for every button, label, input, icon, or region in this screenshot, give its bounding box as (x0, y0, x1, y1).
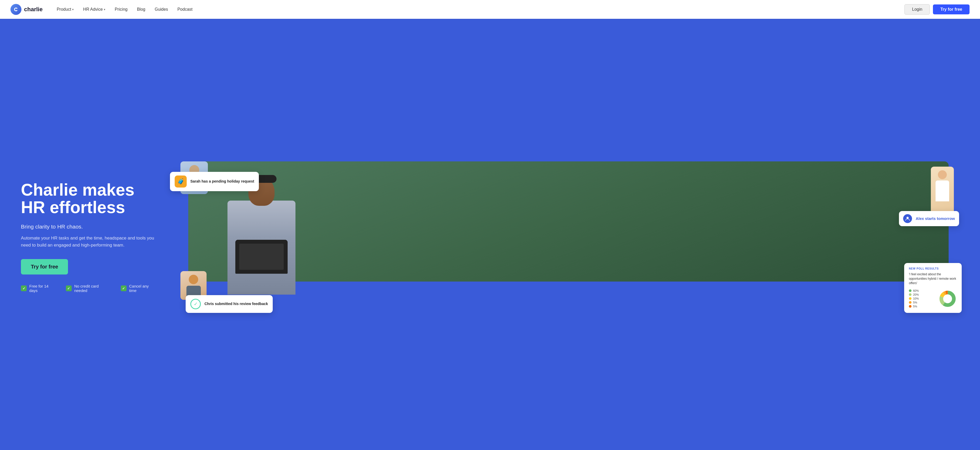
laptop (235, 240, 288, 274)
hero-section: Charlie makes HR effortless Bring clarit… (0, 19, 980, 450)
poll-label: NEW POLL RESULTS (909, 267, 957, 270)
nav-item-podcast[interactable]: Podcast (173, 5, 196, 14)
alex-person-icon (903, 214, 912, 223)
holiday-notification-card: 🧳 Sarah has a pending holiday request (170, 172, 259, 191)
legend-dot-3 (909, 297, 912, 300)
check-icon-1: ✓ (21, 285, 27, 291)
poll-card: NEW POLL RESULTS 'I feel excited about t… (904, 263, 962, 313)
holiday-text: Sarah has a pending holiday request (190, 179, 254, 184)
login-button[interactable]: Login (904, 4, 930, 14)
nav-item-pricing[interactable]: Pricing (111, 5, 131, 14)
navbar: charlie Product ▾ HR Advice ▾ Pricing Bl… (0, 0, 980, 19)
chris-check-icon: ✓ (190, 299, 201, 309)
alex-text: Alex starts tomorrow (916, 216, 955, 221)
poll-body: 60% 20% 10% 5% (909, 289, 957, 309)
hero-description: Automate your HR tasks and get the time,… (21, 235, 157, 249)
legend-item-5: 5% (909, 305, 934, 308)
svg-point-0 (10, 4, 21, 15)
svg-point-1 (907, 217, 908, 219)
donut-center (943, 295, 952, 303)
legend-dot-1 (909, 289, 912, 292)
chris-notification-card: ✓ Chris submitted his review feedback (186, 295, 273, 313)
nav-item-guides[interactable]: Guides (151, 5, 172, 14)
legend-dot-2 (909, 293, 912, 296)
chris-text: Chris submitted his review feedback (204, 301, 268, 306)
legend-item-3: 10% (909, 297, 934, 300)
donut-chart (938, 289, 957, 308)
logo-text: charlie (24, 6, 43, 13)
holiday-icon: 🧳 (175, 176, 187, 187)
product-chevron-icon: ▾ (72, 8, 74, 11)
hero-subtitle: Bring clarity to HR chaos. (21, 223, 157, 230)
try-for-free-nav-button[interactable]: Try for free (933, 5, 970, 14)
badge-free-days: ✓ Free for 14 days (21, 284, 57, 293)
badge-cancel-anytime: ✓ Cancel any time (121, 284, 157, 293)
logo-link[interactable]: charlie (10, 4, 43, 15)
charlie-logo-icon (10, 4, 21, 15)
nav-links: Product ▾ HR Advice ▾ Pricing Blog Guide… (53, 5, 904, 14)
nav-item-hr-advice[interactable]: HR Advice ▾ (80, 5, 109, 14)
person-right-side (931, 166, 954, 215)
alex-notification-card: Alex starts tomorrow (899, 211, 959, 226)
legend-item-1: 60% (909, 289, 934, 292)
legend-item-4: 5% (909, 301, 934, 304)
nav-item-blog[interactable]: Blog (134, 5, 149, 14)
legend-item-2: 20% (909, 293, 934, 296)
hero-title: Charlie makes HR effortless (21, 181, 157, 216)
poll-legend: 60% 20% 10% 5% (909, 289, 934, 309)
badge-no-credit-card: ✓ No credit card needed (66, 284, 113, 293)
hero-badges: ✓ Free for 14 days ✓ No credit card need… (21, 284, 157, 293)
check-icon-2: ✓ (66, 285, 72, 291)
poll-question: 'I feel excited about the opportunities … (909, 272, 957, 285)
hr-advice-chevron-icon: ▾ (104, 8, 105, 11)
hero-left: Charlie makes HR effortless Bring clarit… (21, 181, 157, 293)
nav-item-product[interactable]: Product ▾ (53, 5, 77, 14)
hero-right: 🧳 Sarah has a pending holiday request Al… (173, 159, 970, 315)
check-icon-3: ✓ (121, 285, 127, 291)
legend-dot-4 (909, 301, 912, 304)
nav-actions: Login Try for free (904, 4, 970, 14)
legend-dot-5 (909, 305, 912, 307)
hero-cta-button[interactable]: Try for free (21, 259, 68, 274)
